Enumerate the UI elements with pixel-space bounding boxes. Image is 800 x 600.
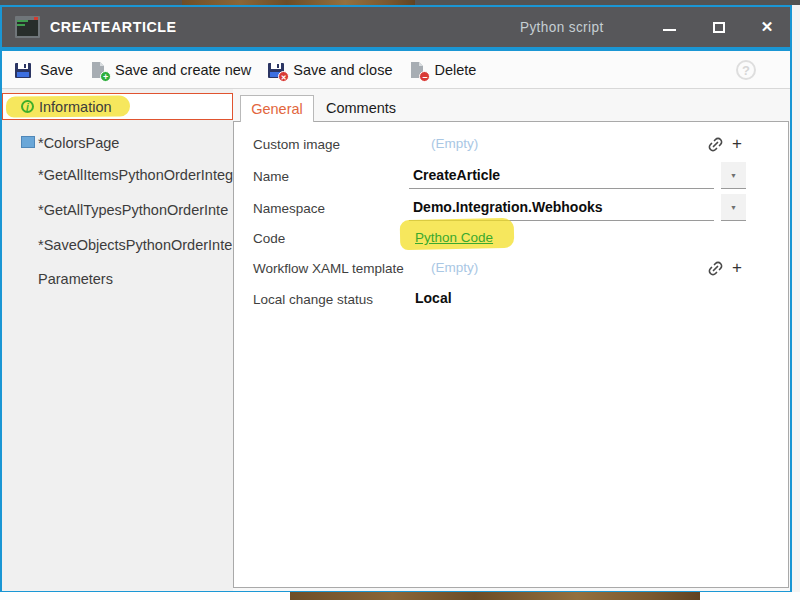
general-tab-panel: Custom image (Empty) + Name CreateArticl… bbox=[233, 121, 789, 588]
help-icon[interactable]: ? bbox=[736, 60, 756, 80]
info-icon: i bbox=[21, 100, 34, 113]
maximize-button[interactable] bbox=[702, 7, 736, 47]
field-custom-image: Custom image (Empty) + bbox=[234, 132, 788, 158]
namespace-value[interactable]: Demo.Integration.Webhooks bbox=[413, 199, 603, 215]
save-and-create-new-label: Save and create new bbox=[115, 62, 251, 78]
app-icon bbox=[15, 16, 40, 38]
tab-comments[interactable]: Comments bbox=[321, 95, 401, 122]
code-label: Code bbox=[253, 231, 285, 246]
sidebar-item-parameters[interactable]: Parameters bbox=[2, 265, 233, 292]
add-icon[interactable]: + bbox=[732, 259, 742, 277]
name-value[interactable]: CreateArticle bbox=[413, 167, 500, 183]
sidebar-item-label: *GetAllTypesPythonOrderInte bbox=[38, 202, 228, 218]
titlebar: CREATEARTICLE Python script ✕ bbox=[2, 7, 790, 47]
floppy-close-icon: ✕ bbox=[266, 60, 286, 80]
chevron-down-icon: ▼ bbox=[730, 204, 737, 211]
field-workflow-xaml: Workflow XAML template (Empty) + bbox=[234, 256, 788, 282]
main-area: General Comments Custom image (Empty) + bbox=[233, 89, 790, 591]
python-code-link[interactable]: Python Code bbox=[415, 230, 493, 245]
workflow-xaml-label: Workflow XAML template bbox=[253, 261, 404, 276]
namespace-dropdown[interactable]: ▼ bbox=[721, 194, 746, 221]
link-icon[interactable] bbox=[704, 256, 728, 280]
document-plus-icon: + bbox=[88, 60, 108, 80]
save-and-close-label: Save and close bbox=[293, 62, 392, 78]
maximize-icon bbox=[713, 22, 725, 33]
minimize-button[interactable] bbox=[652, 7, 686, 47]
application-window: CREATEARTICLE Python script ✕ Save bbox=[0, 5, 792, 592]
name-label: Name bbox=[253, 169, 289, 184]
field-code: Code Python Code bbox=[234, 226, 788, 252]
sidebar-tree: i Information *ColorsPage *GetAllItemsPy… bbox=[2, 89, 233, 591]
desktop-background-right bbox=[792, 5, 800, 592]
toolbar: Save + Save and create new ✕ bbox=[2, 51, 790, 89]
sidebar-item-saveobjects[interactable]: *SaveObjectsPythonOrderInte bbox=[2, 231, 233, 258]
add-icon[interactable]: + bbox=[732, 135, 742, 153]
workflow-xaml-value[interactable]: (Empty) bbox=[431, 260, 478, 275]
custom-image-value[interactable]: (Empty) bbox=[431, 136, 478, 151]
desktop-photo-bottom bbox=[290, 592, 700, 600]
field-namespace: Namespace Demo.Integration.Webhooks ▼ bbox=[234, 196, 788, 222]
namespace-label: Namespace bbox=[253, 201, 325, 216]
local-change-status-label: Local change status bbox=[253, 292, 373, 307]
sidebar-item-colorspage[interactable]: *ColorsPage bbox=[2, 129, 233, 156]
sidebar-item-getalltypes[interactable]: *GetAllTypesPythonOrderInte bbox=[2, 196, 233, 223]
sidebar-item-getallitems[interactable]: *GetAllItemsPythonOrderInteg bbox=[2, 161, 233, 188]
window-body: i Information *ColorsPage *GetAllItemsPy… bbox=[2, 89, 790, 591]
sidebar-item-label: Parameters bbox=[38, 271, 113, 287]
chevron-down-icon: ▼ bbox=[730, 172, 737, 179]
field-name: Name CreateArticle ▼ bbox=[234, 164, 788, 190]
name-dropdown[interactable]: ▼ bbox=[721, 162, 746, 189]
sidebar-item-label: *ColorsPage bbox=[38, 135, 119, 151]
save-floppy-icon bbox=[13, 60, 33, 80]
sidebar-item-label: *GetAllItemsPythonOrderInteg bbox=[38, 167, 233, 183]
delete-button[interactable]: – Delete bbox=[407, 60, 476, 80]
page-icon bbox=[21, 136, 35, 148]
link-icon[interactable] bbox=[704, 132, 728, 156]
sidebar-item-information[interactable]: i Information bbox=[2, 93, 233, 120]
custom-image-label: Custom image bbox=[253, 137, 340, 152]
close-button[interactable]: ✕ bbox=[750, 7, 784, 47]
sidebar-item-label: Information bbox=[39, 99, 112, 115]
field-local-change-status: Local change status Local bbox=[234, 287, 788, 313]
save-and-close-button[interactable]: ✕ Save and close bbox=[266, 60, 392, 80]
document-minus-icon: – bbox=[407, 60, 427, 80]
window-title: CREATEARTICLE bbox=[50, 18, 177, 35]
tab-general[interactable]: General bbox=[240, 95, 314, 122]
delete-label: Delete bbox=[434, 62, 476, 78]
save-and-create-new-button[interactable]: + Save and create new bbox=[88, 60, 251, 80]
save-label: Save bbox=[40, 62, 73, 78]
sidebar-item-label: *SaveObjectsPythonOrderInte bbox=[38, 237, 232, 253]
save-button[interactable]: Save bbox=[13, 60, 73, 80]
local-change-status-value: Local bbox=[415, 290, 452, 306]
window-subtitle: Python script bbox=[520, 19, 604, 35]
minimize-icon bbox=[663, 29, 676, 31]
